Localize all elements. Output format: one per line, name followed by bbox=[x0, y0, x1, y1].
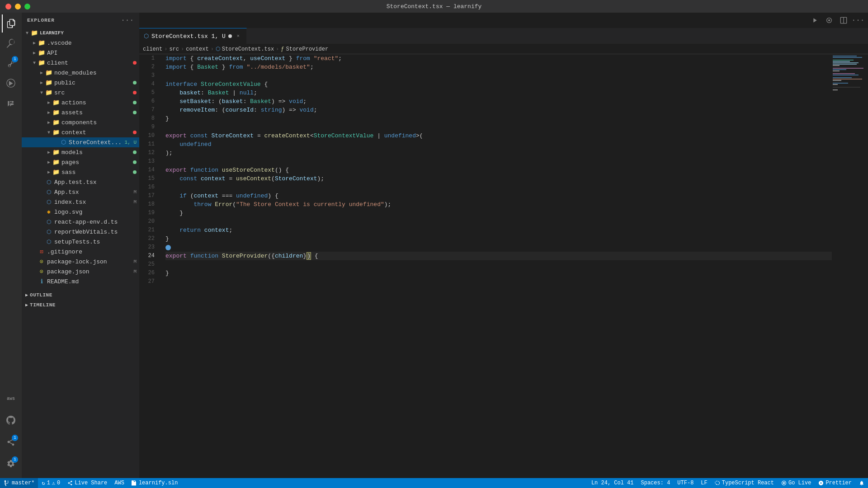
tree-item-readme[interactable]: ▶ ℹ README.md bbox=[22, 277, 139, 286]
outline-section[interactable]: ▶ OUTLINE bbox=[22, 290, 139, 300]
git-branch-item[interactable]: master* bbox=[0, 478, 38, 488]
activity-live-share[interactable]: 1 bbox=[2, 433, 20, 451]
encoding-item[interactable]: UTF-8 bbox=[674, 478, 697, 488]
breadcrumb-sep: › bbox=[211, 46, 214, 52]
sync-status-item[interactable]: ↻ 1 ⚠ 0 bbox=[38, 478, 64, 488]
minimize-button[interactable] bbox=[15, 4, 21, 9]
code-line-8: } bbox=[165, 114, 832, 123]
tree-item-node-modules[interactable]: ▶ 📁 node_modules bbox=[22, 68, 139, 78]
code-editor[interactable]: import { createContext, useContext } fro… bbox=[162, 54, 832, 478]
language-mode-item[interactable]: TypeScript React bbox=[711, 478, 778, 488]
outline-title: OUTLINE bbox=[30, 292, 52, 298]
tree-label-src: src bbox=[54, 89, 131, 96]
chevron-right-icon: ▶ bbox=[45, 169, 52, 176]
line-ending-item[interactable]: LF bbox=[697, 478, 711, 488]
tree-item-setup-tests[interactable]: ▶ ⬡ setupTests.ts bbox=[22, 237, 139, 247]
status-badge-green bbox=[133, 101, 137, 104]
debug-icon[interactable] bbox=[823, 14, 835, 27]
tree-item-app-tsx[interactable]: ▶ ⬡ App.tsx M bbox=[22, 187, 139, 197]
breadcrumb-provider[interactable]: StoreProvider bbox=[286, 46, 328, 52]
breadcrumb-sep: › bbox=[276, 46, 279, 52]
tree-item-models[interactable]: ▶ 📁 models bbox=[22, 147, 139, 157]
tree-item-package-json[interactable]: ▶ ⊙ package.json M bbox=[22, 267, 139, 277]
tree-item-store-context[interactable]: ▶ ⬡ StoreContext... 1, U bbox=[22, 137, 139, 147]
line-num-9: 9 bbox=[139, 123, 158, 131]
file-git-icon: ⊡ bbox=[38, 248, 45, 255]
prettier-item[interactable]: Prettier bbox=[815, 478, 855, 488]
chevron-down-icon: ▼ bbox=[24, 29, 31, 37]
tabs-bar: ⬡ StoreContext.tsx 1, U × bbox=[139, 28, 868, 44]
folder-components-icon: 📁 bbox=[52, 119, 60, 126]
tree-item-package-lock[interactable]: ▶ ⊙ package-lock.json M bbox=[22, 257, 139, 267]
split-editor-button[interactable] bbox=[837, 14, 850, 27]
tree-item-context[interactable]: ▼ 📁 context bbox=[22, 127, 139, 137]
code-line-20 bbox=[165, 217, 832, 226]
activity-source-control[interactable]: 1 bbox=[2, 54, 20, 72]
workspace-label: learnify.sln bbox=[139, 480, 178, 486]
folder-assets-icon: 📁 bbox=[52, 109, 60, 116]
cursor-position-item[interactable]: Ln 24, Col 41 bbox=[588, 478, 637, 488]
tree-item-pages[interactable]: ▶ 📁 pages bbox=[22, 157, 139, 167]
aws-label: aws bbox=[7, 396, 15, 401]
breadcrumb-client[interactable]: client bbox=[143, 46, 162, 52]
close-button[interactable] bbox=[5, 4, 11, 9]
settings-badge: 1 bbox=[12, 456, 18, 463]
branch-name: master* bbox=[12, 480, 34, 486]
live-share-item[interactable]: Live Share bbox=[64, 478, 111, 488]
tree-item-components[interactable]: ▶ 📁 components bbox=[22, 117, 139, 127]
tree-item-assets[interactable]: ▶ 📁 assets bbox=[22, 108, 139, 117]
run-button[interactable] bbox=[808, 14, 821, 27]
go-live-item[interactable]: Go Live bbox=[778, 478, 815, 488]
activity-explorer[interactable] bbox=[2, 14, 20, 33]
sync-icon: ↻ bbox=[42, 480, 45, 487]
folder-icon: 📁 bbox=[38, 49, 45, 56]
breadcrumb-file[interactable]: StoreContext.tsx bbox=[222, 46, 274, 52]
code-line-24: export function StoreProvider({children}… bbox=[165, 252, 832, 260]
activity-settings[interactable]: 1 bbox=[2, 455, 20, 473]
activity-bar-bottom: aws 1 1 bbox=[2, 389, 20, 474]
tree-item-actions[interactable]: ▶ 📁 actions bbox=[22, 98, 139, 108]
aws-item[interactable]: AWS bbox=[111, 478, 128, 488]
maximize-button[interactable] bbox=[24, 4, 30, 9]
tree-item-react-app-env[interactable]: ▶ ⬡ react-app-env.d.ts bbox=[22, 217, 139, 227]
tree-item-vscode[interactable]: ▶ 📁 .vscode bbox=[22, 38, 139, 48]
workspace-item[interactable]: learnify.sln bbox=[128, 478, 181, 488]
timeline-section[interactable]: ▶ TIMELINE bbox=[22, 300, 139, 310]
tree-item-src[interactable]: ▼ 📁 src bbox=[22, 88, 139, 98]
activity-bar: 1 aws 1 1 bbox=[0, 13, 22, 478]
code-line-11: undefined bbox=[165, 140, 832, 149]
tree-item-client[interactable]: ▼ 📁 client bbox=[22, 58, 139, 68]
breadcrumb-src[interactable]: src bbox=[169, 46, 179, 52]
activity-aws[interactable]: aws bbox=[2, 389, 20, 408]
tree-item-api[interactable]: ▶ 📁 API bbox=[22, 48, 139, 58]
tree-item-sass[interactable]: ▶ 📁 sass bbox=[22, 167, 139, 177]
folder-src-icon: 📁 bbox=[45, 89, 52, 96]
tree-root-learnify[interactable]: ▼ 📁 LEARNIFY bbox=[22, 28, 139, 38]
breadcrumb-context[interactable]: context bbox=[186, 46, 208, 52]
activity-github[interactable] bbox=[2, 411, 20, 429]
spaces-item[interactable]: Spaces: 4 bbox=[637, 478, 674, 488]
tree-item-public[interactable]: ▶ 📁 public bbox=[22, 78, 139, 88]
line-num-22: 22 bbox=[139, 235, 158, 243]
sidebar-more-button[interactable]: ··· bbox=[121, 16, 134, 24]
more-actions-button[interactable]: ··· bbox=[852, 14, 864, 27]
file-md-icon: ℹ bbox=[38, 278, 45, 285]
activity-extensions[interactable] bbox=[2, 94, 20, 112]
chevron-right-icon: ▶ bbox=[38, 69, 45, 76]
window-controls[interactable] bbox=[5, 4, 30, 9]
tree-item-app-test[interactable]: ▶ ⬡ App.test.tsx bbox=[22, 177, 139, 187]
code-line-22: } bbox=[165, 235, 832, 243]
sidebar-title: EXPLORER bbox=[27, 18, 55, 23]
bell-item[interactable] bbox=[855, 478, 868, 488]
tree-item-index-tsx[interactable]: ▶ ⬡ index.tsx M bbox=[22, 197, 139, 207]
tree-item-report-web-vitals[interactable]: ▶ ⬡ reportWebVitals.ts bbox=[22, 227, 139, 237]
file-svg-icon: ✱ bbox=[45, 208, 52, 216]
line-num-6: 6 bbox=[139, 97, 158, 106]
spacer: ▶ bbox=[38, 188, 45, 196]
tree-item-logo-svg[interactable]: ▶ ✱ logo.svg bbox=[22, 207, 139, 217]
tree-item-gitignore[interactable]: ▶ ⊡ .gitignore bbox=[22, 247, 139, 257]
tab-close-button[interactable]: × bbox=[235, 33, 242, 40]
activity-search[interactable] bbox=[2, 34, 20, 52]
tab-store-context[interactable]: ⬡ StoreContext.tsx 1, U × bbox=[139, 28, 247, 44]
activity-run[interactable] bbox=[2, 74, 20, 92]
